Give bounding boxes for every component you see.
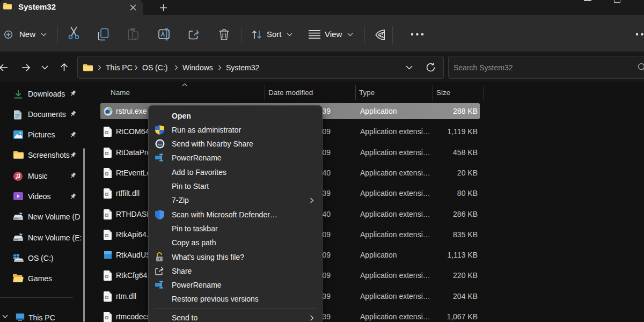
svg-text:xox: xox	[158, 143, 162, 146]
